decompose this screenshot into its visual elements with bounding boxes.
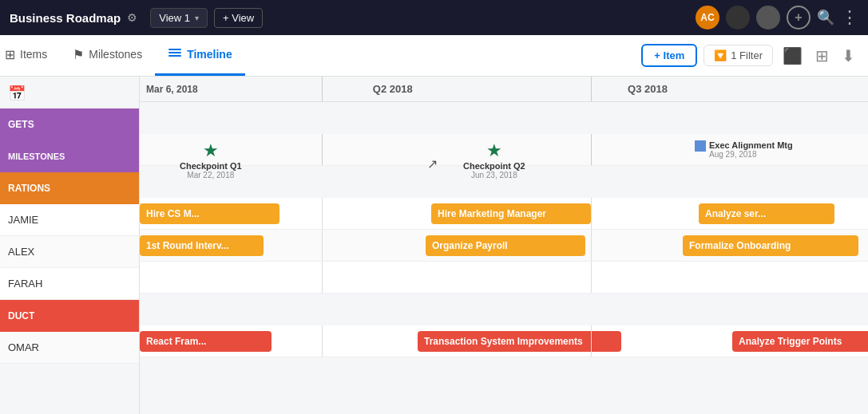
bar-hire-cs[interactable]: Hire CS M...: [140, 203, 279, 224]
bar-analyze-trigger[interactable]: Analyze Trigger Points: [732, 331, 868, 352]
filter-button[interactable]: 🔽 1 Filter: [704, 45, 773, 66]
search-icon[interactable]: 🔍: [817, 9, 834, 26]
group-header-gets: GETS: [0, 108, 139, 140]
scroll-date-label: Mar 6, 2018: [146, 84, 198, 95]
group-rations-label: RATIONS: [8, 183, 50, 194]
timeline-farah-row: [140, 262, 868, 294]
timeline-icon: [168, 45, 182, 63]
main-content: 📅 GETS MILESTONES RATIONS JAMIE ALEX FAR…: [0, 77, 868, 414]
download-icon[interactable]: ⬇: [838, 43, 858, 69]
row-label-jamie: JAMIE: [0, 204, 139, 236]
toolbar-right: + Item 🔽 1 Filter ⬛ ⊞ ⬇: [641, 43, 868, 69]
timeline-omar-row: React Fram... Transaction System Improve…: [140, 325, 868, 357]
chevron-down-icon: ▾: [195, 14, 199, 22]
group-gets-label: GETS: [8, 119, 34, 130]
settings-icon[interactable]: ⚙: [127, 11, 137, 24]
star-icon-q2: ★: [486, 140, 502, 161]
farah-label: FARAH: [8, 278, 42, 290]
cursor-pointer: ↗: [427, 156, 438, 172]
tab-items[interactable]: ⊞ Items: [0, 35, 60, 76]
q2-label: Q2 2018: [373, 83, 413, 95]
row-label-omar: OMAR: [0, 332, 139, 364]
bar-formalize-onboarding[interactable]: Formalize Onboarding: [683, 235, 858, 256]
section-milestones-label: MILESTONES: [8, 152, 65, 161]
filter-label: 1 Filter: [731, 49, 763, 61]
milestone-checkpoint-q2: ★ Checkpoint Q2 Jun 23, 2018: [463, 140, 525, 179]
milestone-exec-alignment: Exec Alignment Mtg Aug 29, 2018: [695, 140, 793, 159]
q3-label: Q3 2018: [628, 83, 668, 95]
avatar-user2[interactable]: [726, 6, 750, 30]
top-bar: Business Roadmap ⚙ View 1 ▾ + View AC + …: [0, 0, 868, 35]
calendar-icon: 📅: [8, 85, 26, 102]
app-title: Business Roadmap: [10, 11, 121, 25]
svg-rect-1: [168, 52, 181, 53]
jamie-label: JAMIE: [8, 214, 38, 226]
alex-label: ALEX: [8, 246, 34, 258]
bar-organize-payroll[interactable]: Organize Payroll: [426, 235, 585, 256]
view-name: View 1: [159, 12, 190, 24]
row-label-alex: ALEX: [0, 236, 139, 268]
section-milestones: MILESTONES: [0, 140, 139, 172]
row-label-farah: FARAH: [0, 268, 139, 300]
bar-1st-round[interactable]: 1st Round Interv...: [140, 235, 264, 256]
timeline-milestones-row: ★ Checkpoint Q1 Mar 22, 2018 ★ Checkpoin…: [140, 134, 868, 166]
timeline-duct-header-row: [140, 294, 868, 325]
expand-icon[interactable]: ⊞: [812, 43, 832, 69]
timeline-alex-row: 1st Round Interv... Organize Payroll For…: [140, 230, 868, 262]
tab-timeline-label: Timeline: [187, 48, 232, 61]
top-bar-right: AC + 🔍 ⋮: [696, 6, 858, 30]
filter-icon: 🔽: [714, 49, 727, 61]
collapse-icon[interactable]: ⬛: [779, 43, 806, 69]
svg-rect-0: [168, 49, 181, 50]
bar-analyze-ser[interactable]: Analyze ser...: [699, 203, 834, 224]
items-icon: ⊞: [5, 47, 15, 62]
view-selector[interactable]: View 1 ▾: [150, 8, 208, 28]
menu-icon[interactable]: ⋮: [841, 7, 858, 28]
tab-items-label: Items: [20, 48, 47, 61]
toolbar: ⊞ Items ⚑ Milestones Timeline + Item 🔽 1…: [0, 35, 868, 77]
add-item-label: + Item: [654, 49, 684, 61]
milestones-icon: ⚑: [73, 47, 84, 62]
avatar-ac[interactable]: AC: [696, 6, 719, 30]
group-header-rations: RATIONS: [0, 172, 139, 204]
exec-box-icon: [695, 140, 706, 152]
svg-rect-2: [168, 55, 181, 57]
add-avatar-button[interactable]: +: [787, 6, 811, 30]
timeline-area: ◁ ▷ Mar 6, 2018 Q2 2018 Q3 2018 ★: [140, 77, 868, 414]
avatar-user3[interactable]: [756, 6, 780, 30]
add-item-button[interactable]: + Item: [641, 44, 697, 67]
omar-label: OMAR: [8, 341, 39, 353]
group-header-duct: DUCT: [0, 300, 139, 332]
bar-react-fram[interactable]: React Fram...: [140, 331, 271, 352]
timeline-gets-header-row: [140, 102, 868, 134]
timeline-jamie-row: Hire CS M... Hire Marketing Manager Anal…: [140, 198, 868, 230]
tab-timeline[interactable]: Timeline: [155, 35, 245, 76]
left-labels: 📅 GETS MILESTONES RATIONS JAMIE ALEX FAR…: [0, 77, 140, 414]
star-icon-q1: ★: [203, 140, 219, 161]
group-duct-label: DUCT: [8, 310, 34, 321]
add-view-button[interactable]: + View: [214, 8, 263, 28]
tab-milestones[interactable]: ⚑ Milestones: [60, 35, 155, 76]
milestone-checkpoint-q1: ★ Checkpoint Q1 Mar 22, 2018: [180, 140, 242, 179]
bar-hire-marketing[interactable]: Hire Marketing Manager: [431, 203, 591, 224]
tab-milestones-label: Milestones: [89, 48, 142, 61]
